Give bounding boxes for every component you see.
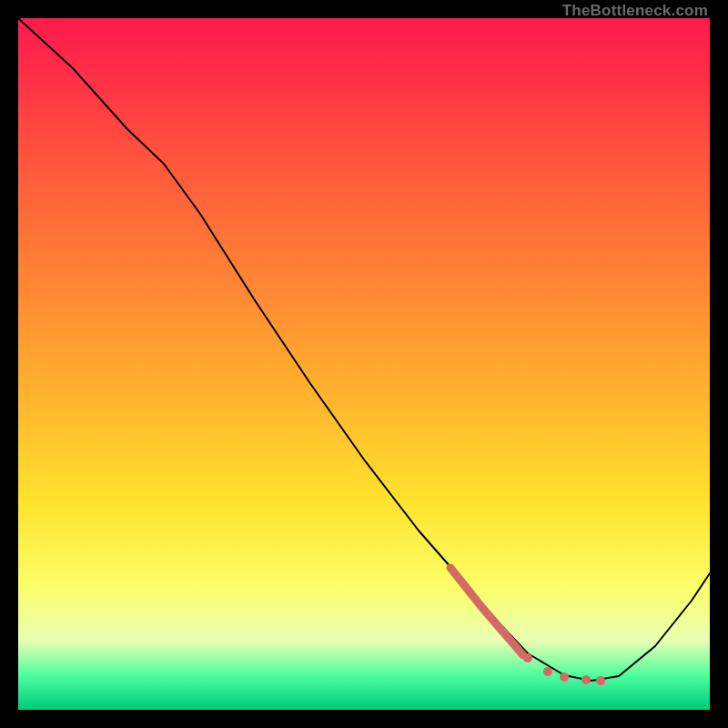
- highlight-dot: [581, 675, 591, 684]
- highlight-dot: [543, 667, 552, 676]
- highlight-dot: [523, 653, 532, 662]
- chart-container: TheBottleneck.com: [0, 0, 728, 728]
- highlight-segment: [450, 568, 523, 655]
- primary-curve: [18, 18, 710, 681]
- highlight-dot: [596, 676, 605, 685]
- watermark-label: TheBottleneck.com: [562, 2, 708, 20]
- highlight-dot: [560, 672, 569, 682]
- chart-svg: [18, 18, 710, 710]
- plot-frame: [18, 18, 710, 710]
